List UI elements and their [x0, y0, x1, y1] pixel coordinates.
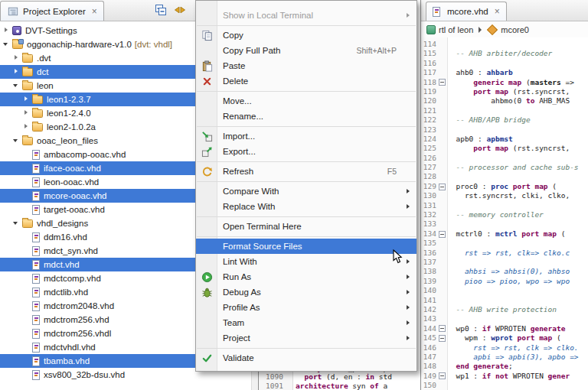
code-segment: ahbsi => ahbsi(0), ahbso — [447, 267, 570, 275]
menu-shortcut: F5 — [387, 167, 397, 176]
menu-item-validate[interactable]: Validate — [196, 350, 416, 366]
tree-item-label: mcore-ooac.vhd — [44, 191, 106, 200]
fold-collapse-icon[interactable] — [439, 184, 446, 190]
code-segment: gener — [548, 372, 570, 380]
menu-item-replace-with[interactable]: Replace With — [196, 199, 416, 214]
code-text: -- AHB arbiter/decoder — [447, 49, 552, 58]
line-number: 139 — [421, 277, 436, 286]
code-segment: ( — [548, 182, 557, 190]
code-line: 150 — [421, 381, 588, 390]
menu-item-copy[interactable]: Copy — [196, 28, 416, 43]
collapse-arrow-icon[interactable] — [13, 219, 21, 227]
menu-item-format-source-files[interactable]: Format Source Files — [196, 239, 416, 254]
fold-column — [436, 229, 447, 239]
menu-item-project[interactable]: Project — [196, 330, 416, 346]
close-view-icon[interactable]: × — [92, 6, 97, 17]
menu-item-run-as[interactable]: Run As — [196, 269, 416, 284]
fold-collapse-icon[interactable] — [439, 231, 446, 238]
link-with-editor-icon[interactable] — [174, 4, 186, 16]
fold-column — [436, 324, 447, 333]
arrow-spacer — [23, 151, 31, 158]
line-number: 147 — [421, 353, 436, 362]
vhd-file-icon — [32, 260, 40, 270]
fold-collapse-icon[interactable] — [439, 79, 446, 86]
breadcrumb-item-rtl-of-leon[interactable]: rtl of leon — [426, 25, 473, 34]
fold-column-empty — [436, 343, 447, 353]
expand-arrow-icon[interactable] — [13, 68, 21, 76]
code-line: 119 port map (rst.syncrst, — [421, 87, 588, 96]
folder-icon — [22, 54, 33, 63]
line-number: 124 — [421, 135, 436, 144]
menu-item-compare-with[interactable]: Compare With — [196, 184, 416, 199]
tree-item-label: target-ooac.vhd — [44, 205, 105, 214]
fold-collapse-icon[interactable] — [439, 325, 446, 332]
settings-icon — [12, 26, 21, 35]
line-number: 134 — [421, 229, 436, 239]
fold-collapse-icon[interactable] — [439, 372, 446, 379]
line-number: 145 — [421, 333, 436, 343]
line-number: 116 — [421, 59, 436, 68]
menu-item-lint-with[interactable]: Lint With — [196, 254, 416, 269]
close-tab-icon[interactable]: × — [495, 6, 500, 17]
mouse-cursor — [393, 249, 403, 267]
fold-column-empty — [436, 305, 447, 314]
menu-item-paste[interactable]: Paste — [196, 58, 416, 73]
code-segment: proc0 : — [447, 182, 491, 190]
expand-arrow-icon[interactable] — [23, 109, 31, 117]
menu-item-delete[interactable]: Delete — [196, 73, 416, 89]
code-segment: of — [370, 382, 378, 390]
tree-item-label: mdctrom256.vhdl — [44, 329, 111, 338]
fold-column-empty — [436, 135, 447, 144]
code-line: 139 pioo => pioo, wpo => wpo — [421, 277, 588, 286]
menu-item-rename[interactable]: Rename... — [196, 109, 416, 124]
menu-item-debug-as[interactable]: Debug As — [196, 284, 416, 300]
collapse-all-icon[interactable] — [155, 4, 167, 16]
fold-collapse-icon[interactable] — [439, 335, 446, 342]
code-line: 136 rst => rst, clk=> clko.c — [421, 249, 588, 258]
expand-arrow-icon[interactable] — [23, 96, 31, 103]
editor-tab-mcore-vhd[interactable]: mcore.vhd × — [426, 2, 507, 21]
menu-item-import[interactable]: Import... — [196, 128, 416, 144]
tree-item-label: ooac_leon_files — [37, 136, 98, 145]
tree-item-label: leon-ooac.vhd — [44, 177, 99, 187]
menu-item-show-in-local-terminal[interactable]: Show in Local Terminal — [196, 8, 416, 23]
code-line: 142 -- AHB write protection — [421, 305, 588, 314]
collapse-arrow-icon[interactable] — [13, 82, 21, 89]
expand-arrow-icon[interactable] — [3, 27, 11, 34]
code-text: generic map (masters => — [447, 78, 574, 87]
code-text: -- AHB/APB bridge — [447, 115, 531, 125]
menu-item-export[interactable]: Export... — [196, 144, 416, 159]
collapse-arrow-icon[interactable] — [13, 137, 21, 145]
project-explorer-view-tab[interactable]: Project Explorer × — [0, 1, 104, 21]
code-line: 130 rst.syncrst, clki, clko, — [421, 191, 588, 200]
code-segment: port — [304, 372, 322, 381]
breadcrumb: rtl of leonmcore0 — [421, 21, 588, 39]
vhd-file-icon — [32, 356, 40, 366]
line-number: 115 — [421, 49, 436, 58]
code-line: 123 — [421, 125, 588, 135]
line-number: 130 — [421, 191, 436, 200]
code-text: ahbsi => ahbsi(0), ahbso — [447, 267, 570, 276]
code-segment: (rst.syncrst, — [508, 87, 570, 96]
breadcrumb-item-mcore0[interactable]: mcore0 — [487, 25, 529, 34]
menu-separator — [197, 25, 416, 26]
menu-item-refresh[interactable]: RefreshF5 — [196, 164, 416, 179]
menu-separator — [197, 126, 416, 127]
menu-separator — [197, 181, 416, 182]
code-text: apbi => apbi(3), apbo => — [447, 353, 579, 362]
line-number: 136 — [421, 249, 436, 258]
expand-arrow-icon[interactable] — [13, 54, 21, 62]
arrow-spacer — [23, 164, 31, 172]
code-text: -- AHB write protection — [447, 305, 557, 314]
menu-item-open-terminal-here[interactable]: Open Terminal Here — [196, 219, 416, 234]
collapse-arrow-icon[interactable] — [3, 41, 11, 48]
menu-item-team[interactable]: Team — [196, 315, 416, 330]
menu-item-profile-as[interactable]: Profile As — [196, 300, 416, 315]
menu-item-copy-full-path[interactable]: Copy Full PathShift+Alt+P — [196, 43, 416, 58]
menu-item-move[interactable]: Move... — [196, 93, 416, 109]
code-line: 148 end generate; — [421, 362, 588, 371]
expand-arrow-icon[interactable] — [23, 123, 31, 131]
code-segment: -- AHB write protection — [447, 305, 557, 314]
tree-item-label: mdctcomp.vhd — [44, 274, 101, 283]
arrow-spacer — [23, 357, 31, 365]
